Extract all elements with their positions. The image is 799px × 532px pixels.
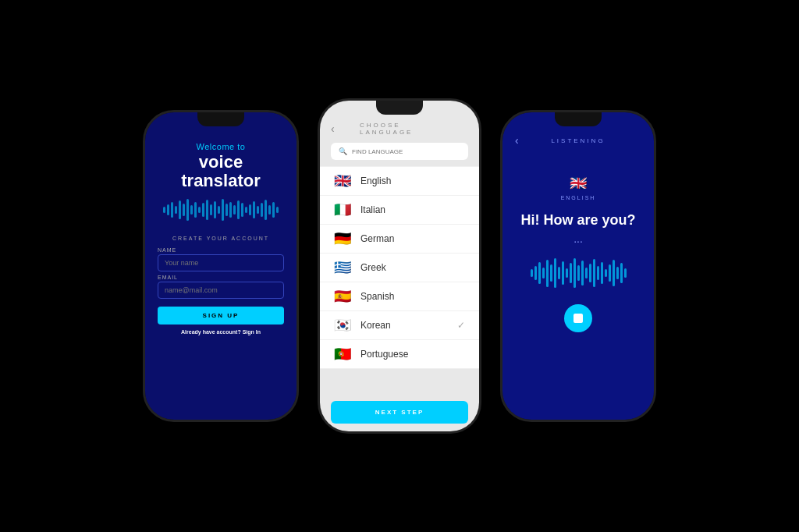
name-input[interactable] — [158, 254, 284, 271]
choose-language-header: ‹ CHOOSE LANGUAGE — [320, 122, 479, 135]
flag-greek: 🇬🇷 — [334, 261, 351, 275]
flag-portuguese: 🇵🇹 — [334, 347, 351, 361]
language-name-portuguese: Portuguese — [360, 349, 408, 360]
listening-waveform — [515, 257, 641, 289]
signin-prompt: Already have account? Sign In — [181, 329, 261, 335]
notch-2 — [376, 101, 423, 115]
phone-3: ‹ LISTENING 🇬🇧 ENGLISH Hi! How are you? … — [500, 110, 656, 422]
selected-checkmark: ✓ — [457, 320, 465, 331]
choose-language-title: CHOOSE LANGUAGE — [360, 122, 439, 136]
transcript-text: Hi! How are you? — [520, 211, 635, 229]
active-language-flag: 🇬🇧 — [570, 175, 587, 192]
phones-container: Welcome to voice translator — [119, 75, 680, 457]
flag-german: 🇩🇪 — [334, 232, 351, 246]
back-button-listening[interactable]: ‹ — [515, 134, 519, 147]
language-name-spanish: Spanish — [360, 291, 394, 302]
email-input[interactable] — [158, 282, 284, 299]
language-item-german[interactable]: 🇩🇪 German — [320, 225, 479, 254]
active-language-label: ENGLISH — [561, 195, 596, 200]
waveform-decoration — [158, 198, 284, 222]
language-search-input[interactable] — [352, 148, 460, 155]
language-search-bar[interactable]: 🔍 — [331, 143, 468, 160]
name-label: NAME — [158, 247, 176, 253]
screen-welcome: Welcome to voice translator — [145, 112, 297, 420]
language-item-korean[interactable]: 🇰🇷 Korean ✓ — [320, 311, 479, 340]
flag-korean: 🇰🇷 — [334, 318, 351, 332]
language-list: 🇬🇧 English 🇮🇹 Italian 🇩🇪 German 🇬🇷 Greek — [320, 166, 479, 393]
back-button[interactable]: ‹ — [331, 122, 335, 135]
search-icon: 🔍 — [339, 147, 347, 155]
flag-italian: 🇮🇹 — [334, 203, 351, 217]
signup-button[interactable]: SIGN UP — [158, 307, 284, 325]
language-name-english: English — [360, 176, 391, 186]
language-name-greek: Greek — [360, 262, 386, 273]
stop-icon — [574, 314, 583, 323]
welcome-text: Welcome to — [197, 142, 246, 151]
language-item-greek[interactable]: 🇬🇷 Greek — [320, 254, 479, 282]
ellipsis-indicator: ... — [574, 232, 583, 245]
phone-2: ‹ CHOOSE LANGUAGE 🔍 🇬🇧 English 🇮🇹 Italia… — [318, 98, 481, 434]
app-title: voice translator — [181, 153, 260, 190]
flag-english: 🇬🇧 — [334, 174, 351, 188]
language-item-portuguese[interactable]: 🇵🇹 Portuguese — [320, 340, 479, 369]
listening-title: LISTENING — [551, 137, 605, 144]
email-label: EMAIL — [158, 275, 178, 280]
next-step-button[interactable]: NEXT STEP — [331, 401, 468, 424]
language-name-italian: Italian — [360, 204, 385, 215]
language-name-german: German — [360, 233, 394, 244]
notch-1 — [197, 112, 244, 126]
create-account-label: CREATE YOUR ACCOUNT — [172, 236, 269, 241]
language-name-korean: Korean — [360, 320, 391, 331]
language-item-italian[interactable]: 🇮🇹 Italian — [320, 196, 479, 225]
stop-button[interactable] — [564, 304, 592, 332]
notch-3 — [555, 112, 602, 126]
phone-1: Welcome to voice translator — [143, 110, 299, 422]
screen-choose-language: ‹ CHOOSE LANGUAGE 🔍 🇬🇧 English 🇮🇹 Italia… — [320, 101, 479, 431]
language-item-english[interactable]: 🇬🇧 English — [320, 166, 479, 196]
listening-header: ‹ LISTENING — [515, 134, 641, 147]
flag-spanish: 🇪🇸 — [334, 289, 351, 303]
screen-listening: ‹ LISTENING 🇬🇧 ENGLISH Hi! How are you? … — [502, 112, 654, 420]
language-item-spanish[interactable]: 🇪🇸 Spanish — [320, 282, 479, 311]
